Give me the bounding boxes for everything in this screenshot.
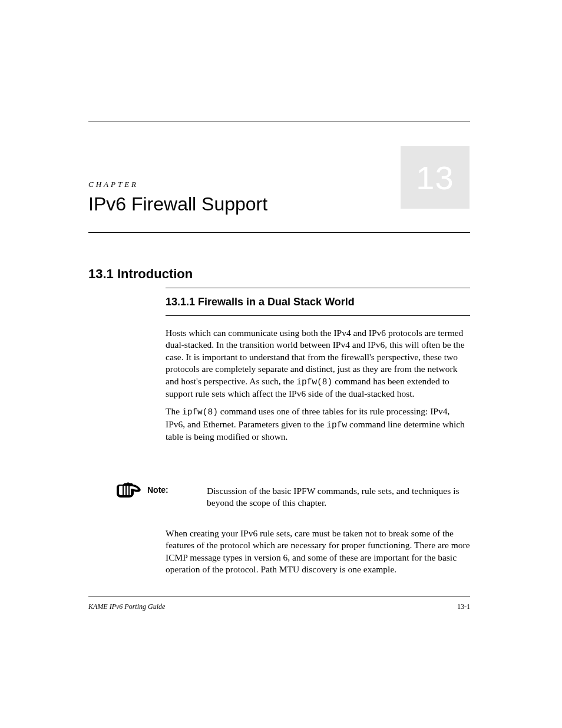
chapter-number-box: 13 [401,146,470,209]
sub-rule-top [166,288,470,288]
paragraph-3: When creating your IPv6 rule sets, care … [166,528,470,576]
note-text: Discussion of the basic IPFW commands, r… [207,485,472,509]
chapter-title: IPv6 Firewall Support [88,193,267,215]
sub-rule-bottom [166,315,470,316]
body-text-2: When creating your IPv6 rule sets, care … [166,528,470,576]
footer-right: 13-1 [457,602,470,611]
paragraph-1: Hosts which can communicate using both t… [166,327,470,400]
bottom-rule [88,597,470,597]
note-label: Note: [147,485,168,495]
p2-a: The [166,406,182,416]
section-subheading: 13.1.1 Firewalls in a Dual Stack World [166,296,355,308]
top-rule [88,121,470,121]
paragraph-2: The ipfw(8) command uses one of three ta… [166,406,470,443]
chapter-label: CHAPTER [88,180,138,189]
mid-rule [88,232,470,233]
footer-left: KAME IPv6 Porting Guide [88,602,165,611]
p2-code2: ipfw [326,420,347,430]
body-text: Hosts which can communicate using both t… [166,327,470,449]
p1-code: ipfw(8) [296,377,332,387]
pointing-hand-icon [115,482,142,499]
section-heading: 13.1 Introduction [88,266,193,282]
chapter-number: 13 [416,159,454,197]
p2-code1: ipfw(8) [182,407,218,417]
